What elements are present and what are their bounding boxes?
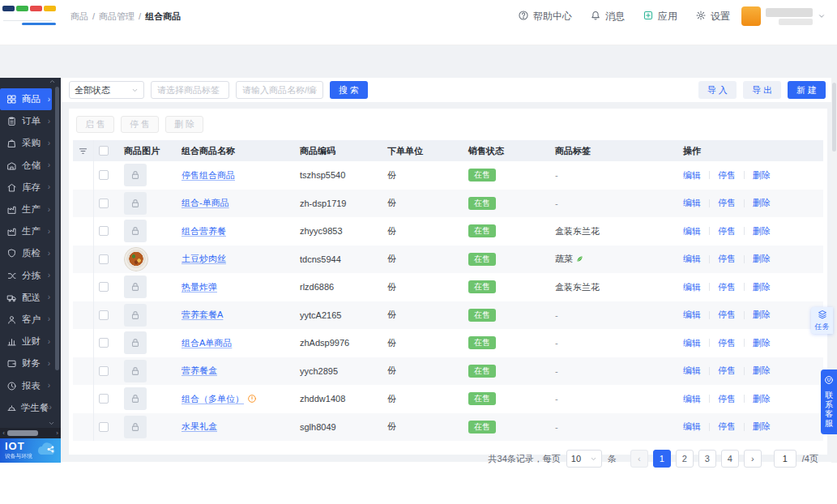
row-action-stop-sale[interactable]: 停售 — [718, 281, 736, 293]
prev-page-button[interactable]: ‹ — [630, 450, 648, 468]
product-name-link[interactable]: 营养套餐A — [181, 309, 223, 321]
row-checkbox[interactable] — [99, 310, 109, 320]
hscroll-left-icon[interactable]: ‹ — [0, 428, 7, 438]
sidebar-item-采购-2[interactable]: 采购› — [0, 132, 52, 154]
sidebar-item-分拣-8[interactable]: 分拣› — [0, 265, 52, 287]
row-checkbox[interactable] — [99, 366, 109, 376]
app-logo[interactable] — [0, 0, 61, 32]
row-action-delete[interactable]: 删除 — [753, 393, 771, 405]
row-checkbox[interactable] — [99, 170, 109, 180]
select-all-checkbox[interactable] — [99, 146, 109, 156]
row-action-delete[interactable]: 删除 — [753, 421, 771, 433]
row-action-stop-sale[interactable]: 停售 — [718, 421, 736, 433]
row-action-edit[interactable]: 编辑 — [683, 253, 701, 265]
row-action-delete[interactable]: 删除 — [753, 169, 771, 182]
sidebar-item-客户-10[interactable]: 客户› — [0, 309, 52, 331]
row-action-edit[interactable]: 编辑 — [683, 421, 701, 433]
row-action-delete[interactable]: 删除 — [753, 253, 771, 265]
breadcrumb-item[interactable]: 商品 — [70, 11, 88, 23]
row-action-edit[interactable]: 编辑 — [683, 309, 701, 321]
sidebar-item-商品-0[interactable]: 商品› — [0, 88, 52, 110]
sidebar-item-生产-6[interactable]: 生产› — [0, 220, 52, 242]
page-size-select[interactable]: 10 — [566, 450, 602, 468]
sidebar-scroll-down-icon[interactable] — [0, 420, 61, 428]
page-button-2[interactable]: 2 — [676, 450, 694, 468]
status-filter-select[interactable]: 全部状态 — [69, 81, 144, 99]
next-page-button[interactable]: › — [744, 450, 762, 468]
sidebar-item-报表-13[interactable]: 报表› — [0, 374, 52, 396]
tag-filter-input[interactable] — [151, 81, 229, 99]
sidebar-item-库存-4[interactable]: 库存› — [0, 177, 52, 199]
keyword-search-input[interactable] — [236, 81, 323, 99]
row-action-stop-sale[interactable]: 停售 — [718, 169, 736, 182]
sidebar-horizontal-scrollbar[interactable]: ‹ › — [0, 428, 61, 438]
row-action-stop-sale[interactable]: 停售 — [718, 393, 736, 405]
row-action-edit[interactable]: 编辑 — [683, 225, 701, 237]
warning-icon[interactable] — [247, 394, 257, 404]
import-button[interactable]: 导 入 — [698, 81, 737, 99]
sidebar-scrollbar[interactable] — [55, 87, 59, 411]
sidebar-item-配送-9[interactable]: 配送› — [0, 287, 52, 309]
product-name-link[interactable]: 热量炸弹 — [181, 281, 217, 293]
row-action-stop-sale[interactable]: 停售 — [718, 365, 736, 377]
product-name-link[interactable]: 组合-单商品 — [181, 197, 229, 209]
row-checkbox[interactable] — [99, 226, 109, 236]
row-checkbox[interactable] — [99, 338, 109, 348]
sidebar-item-仓储-3[interactable]: 仓储› — [0, 155, 52, 177]
row-action-delete[interactable]: 删除 — [753, 309, 771, 321]
row-action-stop-sale[interactable]: 停售 — [718, 309, 736, 321]
page-button-3[interactable]: 3 — [698, 450, 716, 468]
row-action-delete[interactable]: 删除 — [753, 337, 771, 349]
bulk-enable-sale-button[interactable]: 启 售 — [76, 116, 114, 133]
product-name-link[interactable]: 土豆炒肉丝 — [181, 253, 226, 265]
page-jump-input[interactable] — [774, 450, 796, 468]
row-action-stop-sale[interactable]: 停售 — [718, 225, 736, 237]
row-checkbox[interactable] — [99, 199, 109, 208]
row-action-edit[interactable]: 编辑 — [683, 169, 701, 182]
hscroll-thumb[interactable] — [7, 430, 38, 436]
user-menu[interactable] — [741, 6, 837, 26]
row-checkbox[interactable] — [99, 254, 109, 264]
iot-banner[interactable]: IOT 设备与环境 — [0, 438, 61, 463]
row-checkbox[interactable] — [99, 282, 109, 292]
product-name-link[interactable]: 组合营养餐 — [181, 225, 226, 237]
sidebar-item-业财-11[interactable]: 业财› — [0, 331, 52, 352]
row-action-edit[interactable]: 编辑 — [683, 393, 701, 405]
row-action-edit[interactable]: 编辑 — [683, 281, 701, 293]
row-action-edit[interactable]: 编辑 — [683, 197, 701, 209]
row-checkbox[interactable] — [99, 422, 109, 432]
column-filter-icon[interactable] — [73, 140, 94, 161]
row-action-stop-sale[interactable]: 停售 — [718, 197, 736, 209]
hscroll-right-icon[interactable]: › — [53, 428, 61, 438]
product-name-link[interactable]: 组合（多单位） — [181, 393, 244, 405]
row-action-edit[interactable]: 编辑 — [683, 337, 701, 349]
row-action-stop-sale[interactable]: 停售 — [718, 253, 736, 265]
row-checkbox[interactable] — [99, 394, 109, 404]
page-button-1[interactable]: 1 — [653, 450, 671, 468]
topbar-action-question-circle[interactable]: 帮助中心 — [518, 10, 572, 23]
row-action-delete[interactable]: 删除 — [753, 281, 771, 293]
row-action-delete[interactable]: 删除 — [753, 365, 771, 377]
sidebar-scroll-up-icon[interactable] — [0, 78, 61, 85]
export-button[interactable]: 导 出 — [743, 81, 781, 99]
topbar-action-gear[interactable]: 设置 — [695, 10, 730, 23]
product-name-link[interactable]: 营养餐盒 — [181, 365, 217, 377]
topbar-action-bell[interactable]: 消息 — [590, 10, 625, 23]
search-button[interactable]: 搜 索 — [330, 81, 368, 99]
product-name-link[interactable]: 水果礼盒 — [181, 421, 217, 433]
task-float-tab[interactable]: 任务 — [811, 307, 833, 334]
sidebar-item-财务-12[interactable]: 财务› — [0, 352, 52, 374]
sidebar-item-订单-1[interactable]: 订单› — [0, 110, 52, 132]
row-action-edit[interactable]: 编辑 — [683, 365, 701, 377]
create-button[interactable]: 新 建 — [788, 81, 826, 99]
row-action-delete[interactable]: 删除 — [753, 225, 771, 237]
sidebar-item-生产-5[interactable]: 生产› — [0, 199, 52, 220]
topbar-action-app-grid[interactable]: 应用 — [643, 10, 677, 23]
page-button-4[interactable]: 4 — [721, 450, 739, 468]
product-name-link[interactable]: 停售组合商品 — [181, 169, 235, 182]
bulk-stop-sale-button[interactable]: 停 售 — [121, 116, 159, 133]
product-name-link[interactable]: 组合A单商品 — [181, 337, 232, 349]
sidebar-item-质检-7[interactable]: 质检› — [0, 242, 52, 264]
row-action-stop-sale[interactable]: 停售 — [718, 337, 736, 349]
bulk-delete-button[interactable]: 删 除 — [165, 116, 203, 133]
